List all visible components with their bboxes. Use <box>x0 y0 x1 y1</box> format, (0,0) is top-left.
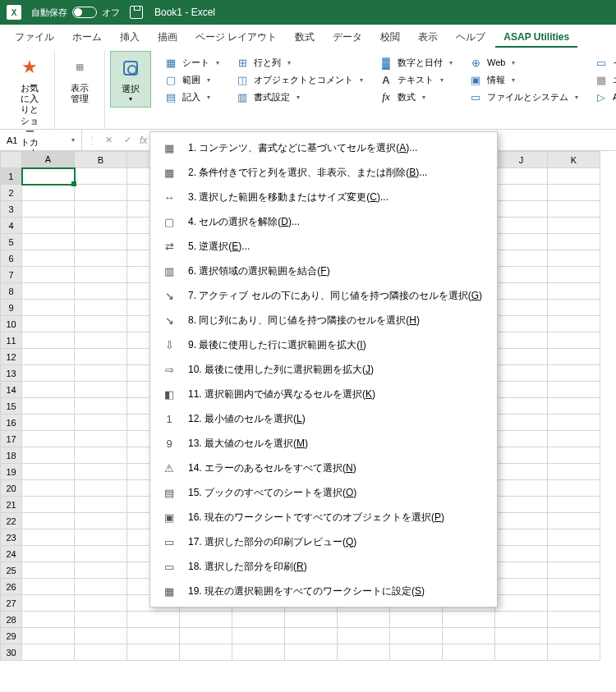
toggle-icon[interactable] <box>72 7 97 18</box>
cell-B29[interactable] <box>75 628 127 644</box>
cell-K16[interactable] <box>548 415 600 431</box>
confirm-formula-button[interactable]: ✓ <box>121 135 135 145</box>
cell-B30[interactable] <box>75 644 127 661</box>
cell-A6[interactable] <box>22 250 75 267</box>
column-header-A[interactable]: A <box>22 152 75 168</box>
cell-J29[interactable] <box>495 628 548 644</box>
range-button[interactable]: 範囲▾ <box>161 71 223 88</box>
cell-K4[interactable] <box>548 218 600 234</box>
row-header-7[interactable]: 7 <box>1 267 22 283</box>
row-header-14[interactable]: 14 <box>1 382 22 398</box>
cell-B27[interactable] <box>75 595 127 612</box>
cell-J27[interactable] <box>495 595 548 612</box>
cell-J28[interactable] <box>495 612 548 628</box>
cell-B17[interactable] <box>75 431 127 447</box>
cell-J6[interactable] <box>495 250 548 267</box>
cell-J15[interactable] <box>495 398 548 415</box>
menu-item-8[interactable]: ↘8. 同じ列にあり、同じ値を持つ隣接のセルを選択(H) <box>150 308 497 332</box>
row-header-19[interactable]: 19 <box>1 464 22 480</box>
cell-B28[interactable] <box>75 612 127 628</box>
menu-item-16[interactable]: ▣16. 現在のワークシートですべてのオブジェクトを選択(P) <box>150 505 497 529</box>
cell-D29[interactable] <box>180 628 232 644</box>
row-header-11[interactable]: 11 <box>1 332 22 349</box>
row-header-23[interactable]: 23 <box>1 529 22 546</box>
cell-H29[interactable] <box>390 628 443 644</box>
cell-F28[interactable] <box>285 612 338 628</box>
cell-K23[interactable] <box>548 529 600 546</box>
cell-J1[interactable] <box>495 168 548 185</box>
file-system-button[interactable]: ファイルとシステム▾ <box>466 89 582 105</box>
cell-A20[interactable] <box>22 480 75 497</box>
format-button[interactable]: 書式設定▾ <box>232 89 366 105</box>
cell-J25[interactable] <box>495 562 548 579</box>
tab-review[interactable]: 校閲 <box>372 25 408 49</box>
column-header-K[interactable]: K <box>548 152 600 168</box>
menu-item-12[interactable]: 112. 最小値のセルを選択(L) <box>150 406 497 431</box>
cell-J30[interactable] <box>495 644 548 661</box>
cell-C30[interactable] <box>127 644 180 661</box>
row-header-10[interactable]: 10 <box>1 316 22 332</box>
tab-formulas[interactable]: 数式 <box>287 25 323 49</box>
row-header-27[interactable]: 27 <box>1 595 22 612</box>
menu-item-18[interactable]: ▭18. 選択した部分を印刷(R) <box>150 554 497 579</box>
cell-B11[interactable] <box>75 332 127 349</box>
cell-J17[interactable] <box>495 431 548 447</box>
cell-J22[interactable] <box>495 513 548 529</box>
cell-B20[interactable] <box>75 480 127 497</box>
cell-A1[interactable] <box>22 168 75 185</box>
row-header-3[interactable]: 3 <box>1 201 22 218</box>
cell-B18[interactable] <box>75 447 127 464</box>
partial-button-2[interactable]: エ <box>591 71 616 88</box>
cell-B1[interactable] <box>75 168 127 185</box>
column-header-J[interactable]: J <box>495 152 548 168</box>
cell-H30[interactable] <box>390 644 443 661</box>
row-header-18[interactable]: 18 <box>1 447 22 464</box>
cell-B24[interactable] <box>75 546 127 562</box>
cell-K21[interactable] <box>548 497 600 513</box>
menu-item-4[interactable]: ▢4. セルの選択を解除(D)... <box>150 209 497 234</box>
cell-B5[interactable] <box>75 234 127 250</box>
cell-A4[interactable] <box>22 218 75 234</box>
cell-H28[interactable] <box>390 612 443 628</box>
cell-K17[interactable] <box>548 431 600 447</box>
cell-J24[interactable] <box>495 546 548 562</box>
cell-A19[interactable] <box>22 464 75 480</box>
tab-data[interactable]: データ <box>324 25 370 49</box>
cell-G28[interactable] <box>338 612 390 628</box>
save-icon[interactable] <box>130 6 143 19</box>
cell-J5[interactable] <box>495 234 548 250</box>
cell-A28[interactable] <box>22 612 75 628</box>
cell-K3[interactable] <box>548 201 600 218</box>
cell-B16[interactable] <box>75 415 127 431</box>
cell-A22[interactable] <box>22 513 75 529</box>
chevron-down-icon[interactable]: ▾ <box>71 136 75 144</box>
rows-cols-button[interactable]: 行と列▾ <box>232 54 366 71</box>
select-button[interactable]: 選択 ▾ <box>110 51 151 108</box>
cell-A3[interactable] <box>22 201 75 218</box>
cell-J7[interactable] <box>495 267 548 283</box>
row-header-16[interactable]: 16 <box>1 415 22 431</box>
cell-K9[interactable] <box>548 300 600 316</box>
objects-comments-button[interactable]: オブジェクトとコメント▾ <box>232 71 366 88</box>
cell-K14[interactable] <box>548 382 600 398</box>
tab-draw[interactable]: 描画 <box>149 25 186 49</box>
cell-E30[interactable] <box>232 644 285 661</box>
cell-K12[interactable] <box>548 349 600 365</box>
partial-button-1[interactable]: イ <box>591 54 616 71</box>
cell-B9[interactable] <box>75 300 127 316</box>
cell-A17[interactable] <box>22 431 75 447</box>
cell-E29[interactable] <box>232 628 285 644</box>
column-header-B[interactable]: B <box>75 152 127 168</box>
cell-D28[interactable] <box>180 612 232 628</box>
cell-B21[interactable] <box>75 497 127 513</box>
cell-K7[interactable] <box>548 267 600 283</box>
row-header-2[interactable]: 2 <box>1 185 22 201</box>
cell-J26[interactable] <box>495 579 548 595</box>
cell-F30[interactable] <box>285 644 338 661</box>
cell-I30[interactable] <box>443 644 495 661</box>
cell-J4[interactable] <box>495 218 548 234</box>
autosave-toggle[interactable]: 自動保存 オフ <box>31 7 120 19</box>
numbers-dates-button[interactable]: 数字と日付▾ <box>376 54 456 71</box>
cell-I29[interactable] <box>443 628 495 644</box>
partial-button-3[interactable]: A <box>591 89 616 105</box>
